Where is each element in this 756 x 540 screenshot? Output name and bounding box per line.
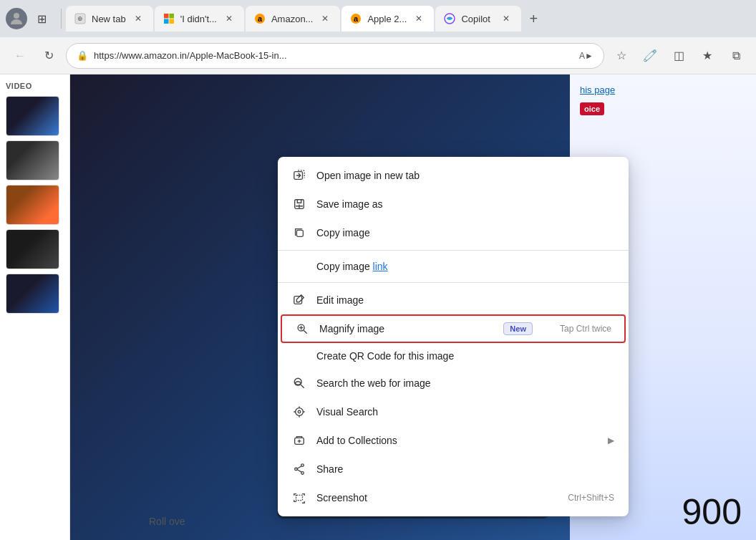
magnify-icon [295, 322, 309, 336]
tab-close-msn[interactable]: ✕ [223, 12, 236, 25]
page-content: VIDEO Roll ove his page oice [0, 74, 756, 540]
lock-icon: 🔒 [77, 50, 88, 61]
ctx-label-save-image: Save image as [316, 198, 614, 210]
ctx-label-visual-search: Visual Search [316, 406, 614, 418]
new-tab-button[interactable]: + [523, 8, 544, 29]
address-bar[interactable]: 🔒 https://www.amazon.in/Apple-MacBook-15… [66, 43, 604, 69]
svg-text:a: a [258, 14, 263, 23]
tab-title-copilot: Copilot [461, 14, 494, 24]
tab-favicon-new-tab: ⊕ [74, 13, 86, 24]
thumbnail-2[interactable] [6, 140, 59, 180]
browser-frame: ⊞ ⊕ New tab ✕ 'I didn't... ✕ [0, 0, 756, 540]
ctx-shortcut-screenshot: Ctrl+Shift+S [568, 493, 614, 503]
svg-text:⊕: ⊕ [77, 15, 83, 22]
svg-point-18 [296, 408, 304, 416]
ctx-add-collections[interactable]: Add to Collections ▶ [278, 426, 629, 455]
ctx-edit-image[interactable]: Edit image [278, 286, 629, 314]
tab-apple[interactable]: a Apple 2... ✕ [341, 6, 434, 32]
tab-favicon-amazon: a [254, 13, 266, 24]
thumbnail-panel: VIDEO [0, 74, 70, 540]
open-new-tab-icon [292, 168, 306, 183]
screenshot-icon [292, 491, 306, 505]
ctx-shortcut-magnify: Tap Ctrl twice [560, 324, 611, 334]
svg-point-23 [295, 468, 298, 471]
address-bar-row: ← ↻ 🔒 https://www.amazon.in/Apple-MacBoo… [0, 37, 756, 74]
ctx-visual-search[interactable]: Visual Search [278, 397, 629, 426]
tab-copilot[interactable]: Copilot ✕ [435, 6, 521, 32]
tab-favicon-apple: a [350, 13, 362, 24]
favorites-collections-button[interactable]: ★ [696, 44, 719, 67]
svg-rect-24 [296, 495, 303, 500]
ctx-open-image-new-tab[interactable]: Open image in new tab [278, 161, 629, 190]
sidebar-button[interactable]: ⧉ [724, 44, 747, 67]
split-screen-button[interactable]: ◫ [667, 44, 690, 67]
tab-title-amazon: Amazon... [271, 14, 314, 24]
ctx-save-image-as[interactable]: Save image as [278, 190, 629, 218]
edit-image-icon [292, 293, 306, 307]
back-button[interactable]: ← [9, 44, 32, 67]
ctx-share[interactable]: Share [278, 455, 629, 483]
svg-text:a: a [354, 14, 359, 23]
tab-amazon[interactable]: a Amazon... ✕ [246, 6, 341, 32]
ctx-label-screenshot: Screenshot [316, 492, 558, 503]
refresh-button[interactable]: ↻ [37, 44, 60, 67]
tab-favicon-msn [163, 13, 175, 24]
save-image-icon [292, 197, 306, 211]
ctx-label-copy-image: Copy image [316, 227, 614, 238]
ctx-label-add-collections: Add to Collections [316, 435, 598, 446]
thumbnail-3[interactable] [6, 185, 59, 225]
ctx-label-edit-image: Edit image [316, 294, 614, 306]
ctx-label-magnify: Magnify image [319, 323, 488, 334]
svg-rect-5 [164, 19, 169, 24]
svg-rect-4 [169, 14, 174, 19]
ctx-label-share: Share [316, 463, 614, 475]
ctx-magnify-image[interactable]: Magnify image New Tap Ctrl twice [281, 314, 626, 343]
thumbnail-5[interactable] [6, 274, 59, 314]
thumbnail-4[interactable] [6, 229, 59, 269]
tab-separator [61, 9, 62, 29]
ctx-arrow-collections: ▶ [608, 435, 614, 445]
context-menu: Open image in new tab Save image as [278, 157, 629, 516]
share-icon [292, 462, 306, 476]
extensions-button[interactable]: 🧷 [639, 44, 662, 67]
tab-msn[interactable]: 'I didn't... ✕ [155, 6, 244, 32]
tab-close-copilot[interactable]: ✕ [500, 12, 513, 25]
ctx-label-copy-image-link: Copy image link [316, 261, 614, 272]
tab-controls: ⊞ [33, 9, 51, 29]
ctx-copy-image[interactable]: Copy image [278, 218, 629, 247]
choice-badge: oice [580, 102, 604, 115]
tab-title-apple: Apple 2... [367, 14, 407, 24]
tab-new-tab[interactable]: ⊕ New tab ✕ [66, 6, 153, 32]
roll-over-text: Roll ove [149, 516, 185, 527]
search-web-icon [292, 376, 306, 390]
ctx-screenshot[interactable]: Screenshot Ctrl+Shift+S [278, 483, 629, 512]
price-display: 900 [682, 491, 742, 533]
video-label: VIDEO [6, 80, 64, 92]
ctx-create-qr[interactable]: Create QR Code for this image [278, 343, 629, 369]
tab-grid-button[interactable]: ⊞ [33, 9, 51, 29]
ctx-label-search-web: Search the web for image [316, 377, 614, 389]
tab-bar: ⊞ ⊕ New tab ✕ 'I didn't... ✕ [0, 0, 756, 37]
svg-rect-14 [296, 230, 303, 236]
svg-rect-3 [164, 14, 169, 19]
visual-search-icon [292, 405, 306, 419]
thumbnail-1[interactable] [6, 96, 59, 136]
url-text: https://www.amazon.in/Apple-MacBook-15-i… [94, 50, 573, 61]
tab-close-amazon[interactable]: ✕ [319, 12, 331, 25]
tab-close-new-tab[interactable]: ✕ [132, 12, 145, 25]
ctx-label-open-image: Open image in new tab [316, 170, 614, 181]
add-collections-icon [292, 433, 306, 448]
favorites-star-button[interactable]: ☆ [610, 44, 633, 67]
tab-favicon-copilot [444, 13, 455, 24]
tab-close-apple[interactable]: ✕ [412, 12, 425, 25]
ctx-search-web[interactable]: Search the web for image [278, 369, 629, 397]
ctx-copy-image-link[interactable]: Copy image link [278, 254, 629, 279]
ctx-label-create-qr: Create QR Code for this image [316, 350, 614, 362]
copy-image-icon [292, 226, 306, 240]
this-page-link[interactable]: his page [580, 85, 746, 95]
read-aloud-button[interactable]: A► [579, 51, 593, 61]
svg-point-0 [14, 13, 19, 19]
ctx-badge-new: New [503, 322, 533, 335]
avatar[interactable] [6, 8, 27, 29]
ctx-divider-2 [278, 282, 629, 283]
